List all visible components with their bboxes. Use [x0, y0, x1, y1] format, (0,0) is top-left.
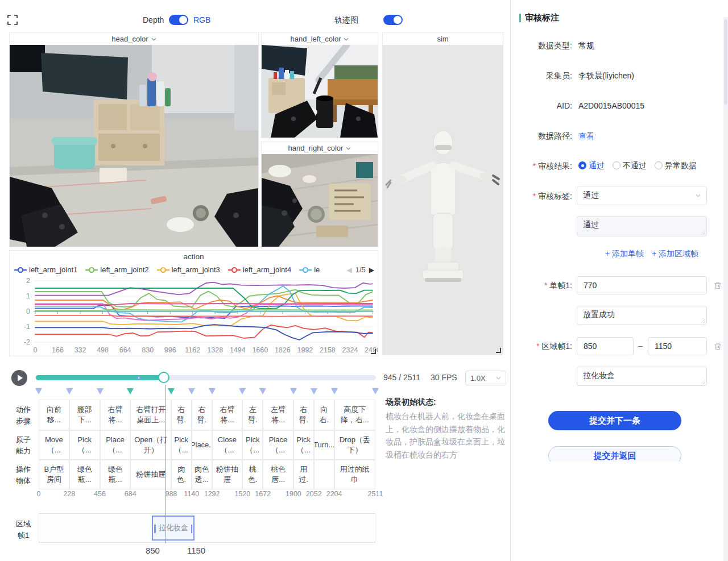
depth-rgb-toggle[interactable] — [169, 15, 188, 25]
region-end-input[interactable]: 1150 — [648, 337, 707, 355]
table-cell[interactable]: Place（... — [263, 430, 293, 460]
table-cell[interactable]: 高度下降，右... — [334, 400, 375, 430]
delete-region-frame-icon[interactable] — [713, 342, 722, 351]
submit-next-button[interactable]: 提交并下一条 — [548, 411, 681, 430]
delete-single-frame-icon[interactable] — [713, 281, 722, 290]
result-option-异常数据[interactable]: 异常数据 — [655, 161, 697, 170]
fullscreen-icon[interactable] — [7, 14, 18, 26]
region-start-input[interactable]: 850 — [577, 337, 634, 355]
data-path-link[interactable]: 查看 — [578, 131, 594, 142]
legend-item-left_arm_joint2[interactable]: left_arm_joint2 — [85, 265, 148, 274]
region-block-handle-right[interactable] — [191, 525, 193, 533]
scrollbar-thumb[interactable] — [724, 19, 727, 105]
table-cell[interactable]: Pick（... — [69, 430, 100, 460]
table-cell[interactable]: 腰部下... — [69, 400, 100, 430]
table-cell[interactable]: 右臂将... — [212, 400, 243, 430]
table-cell[interactable] — [314, 460, 334, 489]
table-cell[interactable]: 肉色. — [171, 460, 192, 489]
table-cell[interactable]: Place（... — [100, 430, 131, 460]
table-cell[interactable]: Pick（... — [242, 430, 263, 460]
legend-item-left_arm_joint3[interactable]: left_arm_joint3 — [157, 265, 220, 274]
table-cell[interactable]: 桃色唇... — [263, 460, 293, 489]
table-cell[interactable]: Pick（... — [171, 430, 192, 460]
single-frame-input[interactable]: 770 — [577, 276, 707, 294]
play-button[interactable] — [11, 370, 27, 386]
table-cell[interactable]: 右臂. — [171, 400, 192, 430]
table-cell[interactable]: 向前移... — [39, 400, 69, 430]
add-single-frame-link[interactable]: + 添加单帧 — [605, 249, 644, 259]
keyframe-marker-684[interactable] — [127, 388, 134, 394]
axis-tick-label: 2511 — [368, 490, 383, 498]
region-frame-desc-textarea[interactable]: 拉化妆盒 — [577, 367, 707, 386]
panel-scrollbar[interactable] — [723, 17, 728, 561]
table-cell[interactable]: 右臂. — [192, 400, 212, 430]
keyframe-marker-988[interactable] — [168, 388, 175, 394]
table-cell[interactable]: 右臂. — [293, 400, 314, 430]
play-icon — [18, 375, 23, 381]
table-cell[interactable]: Close（... — [212, 430, 243, 460]
result-option-通过[interactable]: 通过 — [578, 161, 605, 170]
table-cell[interactable]: Pick（... — [293, 430, 314, 460]
keyframe-marker-1520[interactable] — [239, 388, 246, 394]
legend-item-left_arm_joint1[interactable]: left_arm_joint1 — [14, 265, 77, 274]
chart-series-trace8 — [35, 296, 373, 310]
hand-right-camera-header[interactable]: hand_right_color — [262, 142, 378, 154]
single-frame-desc-textarea[interactable]: 放置成功 — [577, 306, 707, 325]
legend-item-le[interactable]: le — [299, 265, 320, 274]
table-cell[interactable]: 绿色瓶... — [100, 460, 131, 489]
table-cell[interactable]: 绿色瓶... — [69, 460, 100, 489]
playback-slider[interactable] — [36, 375, 376, 380]
radio-unselected-icon[interactable] — [655, 161, 663, 169]
table-cell[interactable]: Place.. — [192, 430, 212, 460]
table-cell[interactable]: 用过的纸巾 — [334, 460, 375, 489]
legend-next-icon[interactable]: ▶ — [369, 266, 374, 274]
head-camera-header[interactable]: head_color — [10, 33, 258, 45]
legend-prev-icon[interactable]: ◀ — [346, 266, 351, 274]
keyframe-marker-2204[interactable] — [331, 388, 338, 394]
resize-grip-icon[interactable] — [701, 319, 705, 323]
keyframe-marker-1292[interactable] — [209, 388, 216, 394]
keyframe-marker-2052[interactable] — [311, 388, 317, 394]
keyframe-marker-0[interactable] — [35, 388, 42, 394]
region-block[interactable]: 拉化妆盒 — [152, 516, 195, 541]
table-cell[interactable]: 向右. — [314, 400, 334, 430]
add-region-frame-link[interactable]: + 添加区域帧 — [652, 249, 698, 259]
table-cell[interactable]: Turn... — [314, 430, 334, 460]
legend-item-left_arm_joint4[interactable]: left_arm_joint4 — [228, 265, 291, 274]
radio-unselected-icon[interactable] — [613, 161, 621, 169]
keyframe-marker-456[interactable] — [97, 388, 104, 394]
table-cell[interactable]: 左臂. — [242, 400, 263, 430]
table-cell[interactable]: 肉色透... — [192, 460, 212, 489]
resize-corner-icon[interactable] — [496, 348, 501, 353]
keyframe-marker-228[interactable] — [66, 388, 73, 394]
keyframe-marker-1140[interactable] — [188, 388, 195, 394]
svg-text:2324: 2324 — [342, 346, 358, 354]
resize-grip-icon[interactable] — [701, 230, 705, 235]
keyframe-marker-2511[interactable] — [372, 388, 379, 394]
keyframe-marker-1900[interactable] — [290, 388, 297, 394]
table-cell[interactable]: 用过. — [293, 460, 314, 489]
submit-return-button[interactable]: 提交并返回 — [548, 446, 681, 462]
hand-left-camera-image — [262, 45, 378, 138]
table-cell[interactable]: Drop（丢下） — [334, 430, 375, 460]
single-frame-dot-marker[interactable] — [137, 376, 140, 380]
speed-select[interactable]: 1.0X — [465, 371, 506, 385]
radio-selected-icon[interactable] — [578, 161, 586, 169]
table-cell[interactable]: B户型房间 — [39, 460, 69, 489]
resize-corner-icon[interactable] — [371, 349, 376, 354]
table-cell[interactable]: 粉饼抽屉 — [212, 460, 243, 489]
table-cell[interactable]: 右臂将... — [100, 400, 131, 430]
hand-right-camera-image — [262, 154, 378, 247]
region-block-handle-left[interactable] — [154, 525, 156, 533]
review-tag-select[interactable]: 通过 — [577, 186, 707, 205]
table-cell[interactable]: 左臂将... — [263, 400, 293, 430]
hand-left-camera-header[interactable]: hand_left_color — [262, 33, 378, 45]
result-option-不通过[interactable]: 不通过 — [613, 161, 647, 170]
review-tag-note-textarea[interactable]: 通过 — [577, 216, 707, 236]
resize-grip-icon[interactable] — [701, 380, 705, 384]
keyframe-marker-1672[interactable] — [259, 388, 266, 394]
slider-handle[interactable] — [158, 372, 169, 383]
table-cell[interactable]: Move（... — [39, 430, 69, 460]
table-cell[interactable]: 桃色. — [242, 460, 263, 489]
trajectory-toggle[interactable] — [383, 15, 403, 25]
